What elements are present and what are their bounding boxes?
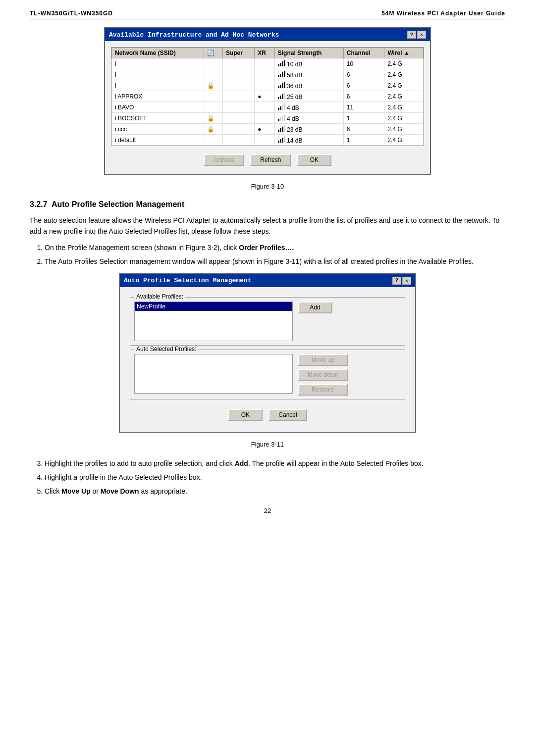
table-row[interactable]: i 10 dB 10 2.4 G (112, 58, 424, 69)
cell-super (222, 113, 254, 124)
refresh-button[interactable]: Refresh (250, 154, 291, 166)
remove-button[interactable]: Remove (298, 384, 348, 396)
cell-signal: 2 dB (274, 146, 343, 147)
section-number: 3.2.7 (30, 200, 48, 208)
cell-xr (255, 80, 275, 91)
cell-super (222, 135, 254, 146)
cell-channel: 8 (343, 146, 384, 147)
cell-wirel: 2.4 G (384, 124, 424, 135)
auto-selected-list[interactable] (134, 354, 293, 394)
cell-name: i hf (112, 146, 204, 147)
step-1: On the Profile Management screen (shown … (45, 242, 505, 253)
add-button[interactable]: Add (298, 302, 332, 313)
cell-name: i ccc (112, 124, 204, 135)
available-profiles-section: Available Profiles: NewProfile Add (130, 297, 405, 346)
cell-wirel: 2.4 G (384, 80, 424, 91)
cell-lock: 🔒 (204, 146, 222, 147)
table-row[interactable]: i default 14 dB 1 2.4 G (112, 135, 424, 146)
cell-lock: 🔒 (204, 113, 222, 124)
available-profiles-list[interactable]: NewProfile (134, 302, 293, 341)
close-button[interactable]: ✕ (417, 31, 426, 39)
figure10-dialog: Available Infrastructure and Ad Hoc Netw… (104, 27, 431, 175)
move-down-bold: Move Down (101, 487, 139, 495)
remaining-steps: Highlight the profiles to add to auto pr… (45, 458, 505, 497)
auto-selected-row: Move up Move down Remove (134, 354, 401, 396)
table-row[interactable]: i ccc 🔒 ● 23 dB 6 2.4 G (112, 124, 424, 135)
cell-name: i BAVO (112, 102, 204, 113)
figure11-help-button[interactable]: ? (392, 277, 401, 285)
cell-channel: 6 (343, 124, 384, 135)
table-row[interactable]: i BOCSOFT 🔒 4 dB 1 2.4 G (112, 113, 424, 124)
move-down-button[interactable]: Move down (298, 369, 348, 381)
help-button[interactable]: ? (407, 31, 416, 39)
step-5: Click Move Up or Move Down as appropriat… (45, 486, 505, 497)
cell-signal: 10 dB (274, 58, 343, 69)
ok-button[interactable]: OK (297, 154, 331, 166)
col-super: Super (222, 48, 254, 58)
steps-list: On the Profile Management screen (shown … (45, 242, 505, 267)
cell-xr (255, 135, 275, 146)
figure10-title: Available Infrastructure and Ad Hoc Netw… (109, 31, 279, 39)
section-heading: 3.2.7 Auto Profile Selection Management (30, 200, 505, 209)
figure11-close-button[interactable]: ✕ (402, 277, 411, 285)
auto-selected-section: Auto Selected Profiles: Move up Move dow… (130, 350, 405, 400)
cell-lock (204, 91, 222, 102)
figure10-buttons: Activate Refresh OK (111, 150, 424, 168)
move-up-button[interactable]: Move up (298, 354, 348, 366)
cell-signal: 4 dB (274, 102, 343, 113)
titlebar-buttons: ? ✕ (407, 31, 426, 39)
move-up-bold: Move Up (61, 487, 90, 495)
available-profiles-label: Available Profiles: (134, 293, 185, 300)
cell-xr: ● (255, 124, 275, 135)
figure11-footer: OK Cancel (126, 404, 409, 426)
table-row[interactable]: i hf 🔒 ● 2 dB 8 2.4 G (112, 146, 424, 147)
cell-name: i (112, 69, 204, 80)
cell-lock (204, 58, 222, 69)
table-row[interactable]: i 🔒 36 dB 6 2.4 G (112, 80, 424, 91)
col-ssid: Network Name (SSID) (112, 48, 204, 58)
cell-channel: 1 (343, 113, 384, 124)
header-left: TL-WN350G/TL-WN350GD (30, 10, 113, 17)
cell-xr (255, 58, 275, 69)
figure11-titlebar: Auto Profile Selection Management ? ✕ (120, 274, 415, 287)
cell-wirel: 2.4 G (384, 146, 424, 147)
cell-name: i default (112, 135, 204, 146)
table-row[interactable]: i BAVO 4 dB 11 2.4 G (112, 102, 424, 113)
cell-lock (204, 69, 222, 80)
cell-signal: 36 dB (274, 80, 343, 91)
available-profiles-row: NewProfile Add (134, 302, 401, 341)
cell-name: i (112, 58, 204, 69)
network-table-container[interactable]: Network Name (SSID) 🔄 Super XR Signal St… (111, 47, 424, 146)
col-xr: XR (255, 48, 275, 58)
cell-signal: 14 dB (274, 135, 343, 146)
cell-channel: 6 (343, 91, 384, 102)
page-number: 22 (30, 507, 505, 514)
figure10-titlebar: Available Infrastructure and Ad Hoc Netw… (105, 28, 430, 41)
figure11-dialog: Auto Profile Selection Management ? ✕ Av… (119, 273, 416, 433)
figure11-content: Available Profiles: NewProfile Add Auto … (120, 287, 415, 432)
cell-super (222, 80, 254, 91)
figure11-caption: Figure 3-11 (30, 441, 505, 448)
col-wirel: Wirel ▲ (384, 48, 424, 58)
cell-super (222, 146, 254, 147)
list-item[interactable]: NewProfile (135, 302, 292, 311)
activate-button[interactable]: Activate (204, 154, 245, 166)
col-icon: 🔄 (204, 48, 222, 58)
table-row[interactable]: i APPROX ● 25 dB 6 2.4 G (112, 91, 424, 102)
cell-super (222, 58, 254, 69)
step-3: Highlight the profiles to add to auto pr… (45, 458, 505, 469)
cell-lock (204, 135, 222, 146)
cell-xr: ● (255, 91, 275, 102)
step-2: The Auto Profiles Selection management w… (45, 256, 505, 267)
cell-wirel: 2.4 G (384, 102, 424, 113)
figure11-titlebar-buttons: ? ✕ (392, 277, 411, 285)
table-row[interactable]: i 58 dB 6 2.4 G (112, 69, 424, 80)
cell-lock: 🔒 (204, 124, 222, 135)
figure11-ok-button[interactable]: OK (228, 409, 263, 421)
figure11-cancel-button[interactable]: Cancel (268, 409, 307, 421)
cell-signal: 4 dB (274, 113, 343, 124)
add-bold: Add (235, 459, 248, 467)
cell-wirel: 2.4 G (384, 69, 424, 80)
available-side-buttons: Add (298, 302, 332, 313)
header: TL-WN350G/TL-WN350GD 54M Wireless PCI Ad… (30, 10, 505, 19)
